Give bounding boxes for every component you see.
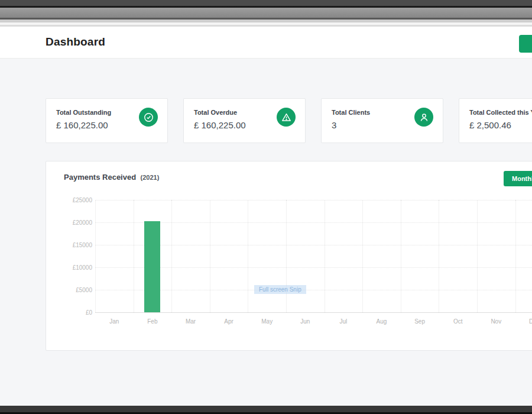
x-tick-label: Nov xyxy=(484,318,508,325)
y-tick-label: £25000 xyxy=(73,197,92,203)
stat-card-total-collected: Total Collected this Year £ 2,500.46 xyxy=(459,98,532,143)
bar-feb xyxy=(144,221,160,312)
stat-value: £ 2,500.46 xyxy=(469,120,532,130)
snip-overlay-artifact: Full screen Snip xyxy=(254,285,306,294)
chart-x-axis: JanFebMarAprMayJunJulAugSepOctNovDec xyxy=(95,318,532,326)
h-gridline xyxy=(95,290,532,290)
x-tick-label: Jun xyxy=(293,318,317,325)
v-gridline xyxy=(286,200,287,312)
v-gridline xyxy=(362,200,363,312)
chart-title-row: Payments Received (2021) xyxy=(46,161,532,182)
v-gridline xyxy=(248,200,248,312)
x-tick-label: May xyxy=(255,318,279,325)
chart-title: Payments Received xyxy=(64,173,136,182)
v-gridline xyxy=(171,200,172,312)
x-tick-label: Apr xyxy=(217,318,241,325)
new-invoice-button[interactable] xyxy=(519,35,532,53)
stat-card-total-outstanding: Total Outstanding £ 160,225.00 xyxy=(46,98,168,143)
y-tick-label: £15000 xyxy=(73,242,92,248)
y-tick-label: £10000 xyxy=(73,264,92,271)
warning-triangle-icon xyxy=(277,108,296,127)
y-tick-label: £0 xyxy=(86,309,92,316)
chrome-bar xyxy=(0,0,532,6)
chrome-bar xyxy=(0,8,532,18)
stat-label: Total Collected this Year xyxy=(469,109,532,116)
h-gridline xyxy=(95,200,532,200)
y-tick-label: £5000 xyxy=(76,287,92,293)
v-gridline xyxy=(401,200,401,312)
check-circle-icon xyxy=(139,108,158,127)
v-gridline xyxy=(210,200,210,312)
x-tick-label: Aug xyxy=(370,318,394,325)
chart-plot xyxy=(95,200,532,313)
v-gridline xyxy=(439,200,439,312)
v-gridline xyxy=(515,200,516,312)
monthly-range-button[interactable]: Monthly xyxy=(504,171,532,186)
y-tick-label: £20000 xyxy=(73,219,92,226)
stats-row: Total Outstanding £ 160,225.00 Total Ove… xyxy=(0,59,532,143)
bar-chart: £25000£20000£15000£10000£5000£0 JanFebMa… xyxy=(64,200,532,330)
chart-y-axis: £25000£20000£15000£10000£5000£0 xyxy=(64,200,92,312)
taskbar xyxy=(0,406,532,412)
x-tick-label: Feb xyxy=(141,318,164,325)
h-gridline xyxy=(95,222,532,223)
v-gridline xyxy=(134,200,134,312)
stat-card-total-overdue: Total Overdue £ 160,225.00 xyxy=(183,98,306,143)
page-title: Dashboard xyxy=(0,27,532,48)
app-header: Dashboard xyxy=(0,27,532,59)
v-gridline xyxy=(95,200,96,312)
browser-chrome xyxy=(0,0,532,27)
person-icon xyxy=(414,108,433,127)
h-gridline xyxy=(95,245,532,245)
chart-year-label: (2021) xyxy=(141,174,160,181)
x-tick-label: Sep xyxy=(408,318,432,325)
h-gridline xyxy=(95,267,532,268)
x-tick-label: Mar xyxy=(179,318,203,325)
payments-received-card: Payments Received (2021) Monthly £25000£… xyxy=(46,161,532,351)
v-gridline xyxy=(325,200,325,312)
x-tick-label: Oct xyxy=(446,318,470,325)
x-tick-label: Jan xyxy=(102,318,126,325)
x-tick-label: Dec xyxy=(523,318,532,325)
main-content: Total Outstanding £ 160,225.00 Total Ove… xyxy=(0,59,532,406)
v-gridline xyxy=(477,200,478,312)
stat-card-total-clients: Total Clients 3 xyxy=(321,98,443,143)
x-tick-label: Jul xyxy=(332,318,355,325)
